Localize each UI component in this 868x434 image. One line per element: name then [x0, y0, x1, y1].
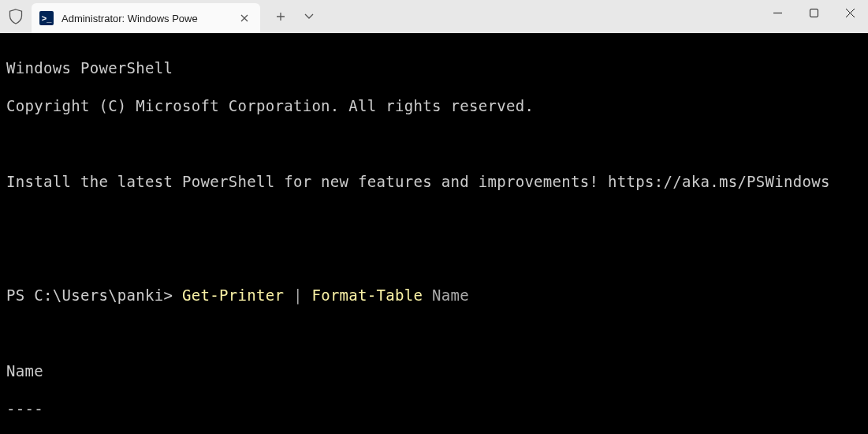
svg-rect-0	[810, 9, 818, 17]
plus-icon	[276, 12, 285, 21]
table-header: Name	[6, 361, 862, 380]
blank-line	[6, 248, 862, 267]
new-tab-button[interactable]	[266, 2, 295, 31]
tab-dropdown-button[interactable]	[295, 2, 323, 31]
install-msg-line: Install the latest PowerShell for new fe…	[6, 172, 862, 191]
close-icon	[240, 14, 248, 22]
tab-title: Administrator: Windows Powe	[61, 13, 229, 24]
window-controls	[759, 0, 868, 25]
minimize-icon	[773, 9, 782, 17]
app-shield-area	[0, 0, 32, 33]
prompt-line: PS C:\Users\panki> Get-Printer | Format-…	[6, 286, 862, 305]
minimize-button[interactable]	[759, 0, 795, 25]
blank-line	[6, 210, 862, 229]
powershell-icon: >_	[39, 11, 54, 25]
tab-actions	[266, 0, 323, 33]
banner-line: Windows PowerShell	[6, 58, 862, 77]
prompt-prefix: PS C:\Users\panki>	[6, 286, 182, 304]
cmd-arg: Name	[423, 286, 469, 304]
maximize-icon	[810, 9, 818, 17]
blank-line	[6, 324, 862, 342]
close-icon	[846, 9, 855, 17]
terminal-output[interactable]: Windows PowerShell Copyright (C) Microso…	[0, 33, 868, 434]
table-divider: ----	[6, 399, 862, 418]
pipe: |	[284, 286, 311, 304]
chevron-down-icon	[304, 13, 314, 20]
tab-powershell[interactable]: >_ Administrator: Windows Powe	[32, 3, 260, 33]
cmdlet: Format-Table	[311, 286, 423, 304]
tab-close-button[interactable]	[237, 10, 252, 26]
titlebar-left: >_ Administrator: Windows Powe	[0, 0, 323, 33]
shield-icon	[9, 9, 23, 24]
close-window-button[interactable]	[832, 0, 868, 25]
cmdlet: Get-Printer	[182, 286, 284, 304]
titlebar: >_ Administrator: Windows Powe	[0, 0, 868, 33]
banner-line: Copyright (C) Microsoft Corporation. All…	[6, 96, 862, 115]
maximize-button[interactable]	[795, 0, 832, 25]
blank-line	[6, 134, 862, 153]
